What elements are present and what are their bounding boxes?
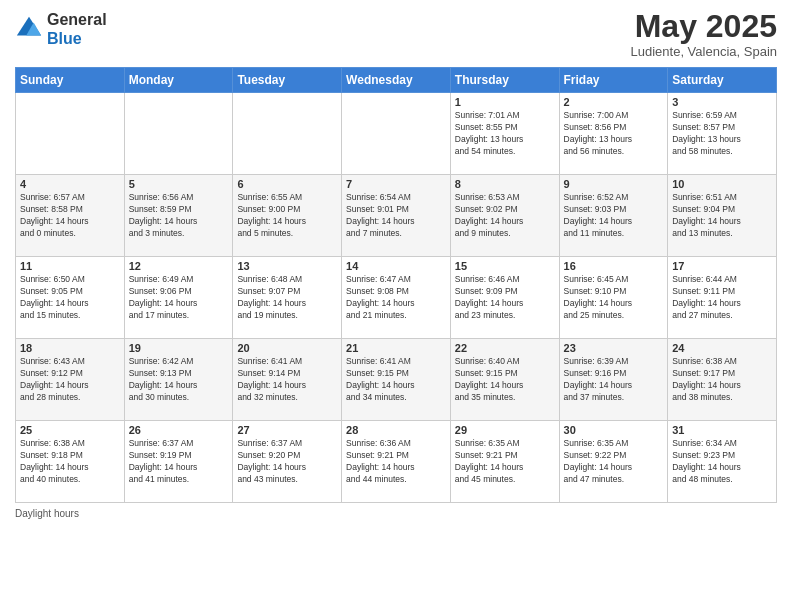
day-info: Sunrise: 7:00 AMSunset: 8:56 PMDaylight:… (564, 110, 664, 158)
day-number: 2 (564, 96, 664, 108)
day-number: 7 (346, 178, 446, 190)
calendar-cell: 29Sunrise: 6:35 AMSunset: 9:21 PMDayligh… (450, 421, 559, 503)
calendar-week-0: 1Sunrise: 7:01 AMSunset: 8:55 PMDaylight… (16, 93, 777, 175)
calendar-cell: 31Sunrise: 6:34 AMSunset: 9:23 PMDayligh… (668, 421, 777, 503)
day-number: 4 (20, 178, 120, 190)
day-number: 11 (20, 260, 120, 272)
calendar-header-row: SundayMondayTuesdayWednesdayThursdayFrid… (16, 68, 777, 93)
day-info: Sunrise: 6:34 AMSunset: 9:23 PMDaylight:… (672, 438, 772, 486)
day-number: 5 (129, 178, 229, 190)
day-number: 28 (346, 424, 446, 436)
calendar-cell: 7Sunrise: 6:54 AMSunset: 9:01 PMDaylight… (342, 175, 451, 257)
calendar-cell: 1Sunrise: 7:01 AMSunset: 8:55 PMDaylight… (450, 93, 559, 175)
day-info: Sunrise: 6:45 AMSunset: 9:10 PMDaylight:… (564, 274, 664, 322)
day-number: 16 (564, 260, 664, 272)
calendar-cell: 9Sunrise: 6:52 AMSunset: 9:03 PMDaylight… (559, 175, 668, 257)
calendar-cell: 17Sunrise: 6:44 AMSunset: 9:11 PMDayligh… (668, 257, 777, 339)
logo-blue: Blue (47, 30, 82, 47)
day-info: Sunrise: 6:41 AMSunset: 9:15 PMDaylight:… (346, 356, 446, 404)
day-number: 12 (129, 260, 229, 272)
day-info: Sunrise: 6:53 AMSunset: 9:02 PMDaylight:… (455, 192, 555, 240)
header: General Blue May 2025 Ludiente, Valencia… (15, 10, 777, 59)
day-info: Sunrise: 7:01 AMSunset: 8:55 PMDaylight:… (455, 110, 555, 158)
calendar-cell: 21Sunrise: 6:41 AMSunset: 9:15 PMDayligh… (342, 339, 451, 421)
calendar-cell: 2Sunrise: 7:00 AMSunset: 8:56 PMDaylight… (559, 93, 668, 175)
logo-general: General (47, 11, 107, 28)
day-number: 26 (129, 424, 229, 436)
page: General Blue May 2025 Ludiente, Valencia… (0, 0, 792, 612)
calendar-header-thursday: Thursday (450, 68, 559, 93)
calendar-cell: 5Sunrise: 6:56 AMSunset: 8:59 PMDaylight… (124, 175, 233, 257)
day-number: 25 (20, 424, 120, 436)
calendar-cell: 27Sunrise: 6:37 AMSunset: 9:20 PMDayligh… (233, 421, 342, 503)
calendar-cell: 20Sunrise: 6:41 AMSunset: 9:14 PMDayligh… (233, 339, 342, 421)
day-info: Sunrise: 6:35 AMSunset: 9:22 PMDaylight:… (564, 438, 664, 486)
day-number: 22 (455, 342, 555, 354)
day-number: 30 (564, 424, 664, 436)
calendar-header-tuesday: Tuesday (233, 68, 342, 93)
day-info: Sunrise: 6:38 AMSunset: 9:17 PMDaylight:… (672, 356, 772, 404)
day-number: 15 (455, 260, 555, 272)
day-number: 9 (564, 178, 664, 190)
day-number: 3 (672, 96, 772, 108)
day-number: 27 (237, 424, 337, 436)
calendar-cell (342, 93, 451, 175)
day-number: 24 (672, 342, 772, 354)
calendar: SundayMondayTuesdayWednesdayThursdayFrid… (15, 67, 777, 503)
day-info: Sunrise: 6:55 AMSunset: 9:00 PMDaylight:… (237, 192, 337, 240)
calendar-cell: 23Sunrise: 6:39 AMSunset: 9:16 PMDayligh… (559, 339, 668, 421)
calendar-header-monday: Monday (124, 68, 233, 93)
calendar-week-1: 4Sunrise: 6:57 AMSunset: 8:58 PMDaylight… (16, 175, 777, 257)
day-info: Sunrise: 6:56 AMSunset: 8:59 PMDaylight:… (129, 192, 229, 240)
calendar-cell: 4Sunrise: 6:57 AMSunset: 8:58 PMDaylight… (16, 175, 125, 257)
day-number: 21 (346, 342, 446, 354)
calendar-cell: 15Sunrise: 6:46 AMSunset: 9:09 PMDayligh… (450, 257, 559, 339)
day-info: Sunrise: 6:46 AMSunset: 9:09 PMDaylight:… (455, 274, 555, 322)
day-number: 20 (237, 342, 337, 354)
calendar-header-wednesday: Wednesday (342, 68, 451, 93)
day-info: Sunrise: 6:48 AMSunset: 9:07 PMDaylight:… (237, 274, 337, 322)
calendar-cell: 8Sunrise: 6:53 AMSunset: 9:02 PMDaylight… (450, 175, 559, 257)
calendar-week-2: 11Sunrise: 6:50 AMSunset: 9:05 PMDayligh… (16, 257, 777, 339)
calendar-header-friday: Friday (559, 68, 668, 93)
day-info: Sunrise: 6:40 AMSunset: 9:15 PMDaylight:… (455, 356, 555, 404)
calendar-cell: 25Sunrise: 6:38 AMSunset: 9:18 PMDayligh… (16, 421, 125, 503)
day-number: 6 (237, 178, 337, 190)
calendar-cell: 24Sunrise: 6:38 AMSunset: 9:17 PMDayligh… (668, 339, 777, 421)
calendar-header-saturday: Saturday (668, 68, 777, 93)
day-number: 14 (346, 260, 446, 272)
calendar-cell (233, 93, 342, 175)
day-info: Sunrise: 6:59 AMSunset: 8:57 PMDaylight:… (672, 110, 772, 158)
day-info: Sunrise: 6:42 AMSunset: 9:13 PMDaylight:… (129, 356, 229, 404)
calendar-cell: 18Sunrise: 6:43 AMSunset: 9:12 PMDayligh… (16, 339, 125, 421)
calendar-cell: 13Sunrise: 6:48 AMSunset: 9:07 PMDayligh… (233, 257, 342, 339)
day-info: Sunrise: 6:35 AMSunset: 9:21 PMDaylight:… (455, 438, 555, 486)
calendar-cell (124, 93, 233, 175)
calendar-cell: 14Sunrise: 6:47 AMSunset: 9:08 PMDayligh… (342, 257, 451, 339)
calendar-cell: 22Sunrise: 6:40 AMSunset: 9:15 PMDayligh… (450, 339, 559, 421)
day-info: Sunrise: 6:39 AMSunset: 9:16 PMDaylight:… (564, 356, 664, 404)
day-info: Sunrise: 6:37 AMSunset: 9:20 PMDaylight:… (237, 438, 337, 486)
day-info: Sunrise: 6:51 AMSunset: 9:04 PMDaylight:… (672, 192, 772, 240)
location: Ludiente, Valencia, Spain (631, 44, 777, 59)
day-number: 17 (672, 260, 772, 272)
calendar-cell: 11Sunrise: 6:50 AMSunset: 9:05 PMDayligh… (16, 257, 125, 339)
footer: Daylight hours (15, 508, 777, 519)
day-info: Sunrise: 6:43 AMSunset: 9:12 PMDaylight:… (20, 356, 120, 404)
daylight-label: Daylight hours (15, 508, 79, 519)
day-number: 18 (20, 342, 120, 354)
day-info: Sunrise: 6:54 AMSunset: 9:01 PMDaylight:… (346, 192, 446, 240)
day-info: Sunrise: 6:36 AMSunset: 9:21 PMDaylight:… (346, 438, 446, 486)
calendar-cell: 12Sunrise: 6:49 AMSunset: 9:06 PMDayligh… (124, 257, 233, 339)
calendar-week-3: 18Sunrise: 6:43 AMSunset: 9:12 PMDayligh… (16, 339, 777, 421)
day-info: Sunrise: 6:52 AMSunset: 9:03 PMDaylight:… (564, 192, 664, 240)
calendar-cell: 6Sunrise: 6:55 AMSunset: 9:00 PMDaylight… (233, 175, 342, 257)
day-info: Sunrise: 6:47 AMSunset: 9:08 PMDaylight:… (346, 274, 446, 322)
day-number: 19 (129, 342, 229, 354)
calendar-week-4: 25Sunrise: 6:38 AMSunset: 9:18 PMDayligh… (16, 421, 777, 503)
day-number: 10 (672, 178, 772, 190)
day-number: 29 (455, 424, 555, 436)
calendar-cell: 30Sunrise: 6:35 AMSunset: 9:22 PMDayligh… (559, 421, 668, 503)
logo-text: General Blue (47, 10, 107, 48)
day-number: 13 (237, 260, 337, 272)
